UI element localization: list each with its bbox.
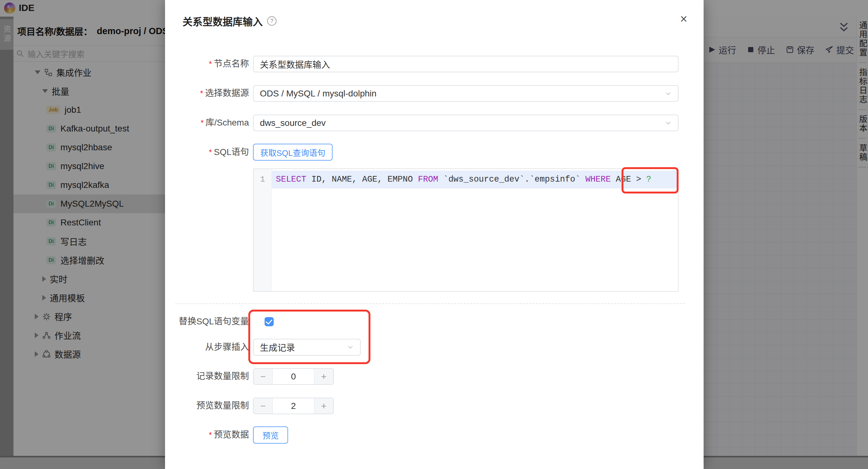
preview-button[interactable]: 预览 (253, 427, 288, 444)
chevron-down-icon (664, 90, 672, 98)
schema-label: 库/Schema (165, 117, 249, 129)
dialog-title: 关系型数据库输入 (183, 14, 263, 28)
help-icon[interactable]: ? (267, 16, 277, 26)
datasource-select[interactable]: ODS / MySQL / mysql-dolphin (253, 85, 679, 102)
sql-code-line[interactable]: SELECT ID, NAME, AGE, EMPNO FROM `dws_so… (272, 170, 677, 188)
app-root: IDE 资源 项目名称/数据层： demo-proj / ODS 输入关键字搜索 (0, 0, 868, 469)
preview-limit-label: 预览数量限制 (165, 400, 249, 412)
plus-button[interactable]: + (314, 369, 333, 384)
minus-button[interactable]: − (254, 369, 273, 384)
minus-button[interactable]: − (254, 398, 273, 414)
sql-label: SQL语句 (165, 146, 249, 158)
close-icon[interactable]: × (680, 12, 687, 25)
sql-token: ? (646, 175, 651, 184)
record-limit-value[interactable]: 0 (273, 369, 314, 384)
chevron-down-icon (664, 119, 672, 127)
node-name-input[interactable] (253, 56, 679, 72)
record-limit-label: 记录数量限制 (165, 370, 249, 383)
node-name-label: 节点名称 (165, 58, 249, 70)
datasource-label: 选择数据源 (165, 87, 249, 99)
schema-value: dws_source_dev (260, 118, 326, 128)
datasource-value: ODS / MySQL / mysql-dolphin (260, 89, 376, 99)
sql-token: `dws_source_dev`.`empsinfo` (438, 175, 586, 184)
schema-select[interactable]: dws_source_dev (253, 115, 679, 131)
sql-code-editor[interactable]: 1 SELECT ID, NAME, AGE, EMPNO FROM `dws_… (253, 168, 679, 292)
sql-token: AGE > (611, 175, 646, 184)
section-divider (175, 303, 685, 304)
sql-token: WHERE (585, 175, 611, 184)
line-number: 1 (254, 170, 272, 188)
sql-token: SELECT (276, 175, 306, 184)
insert-step-label: 从步骤插入 (165, 341, 249, 353)
sql-token: ID, NAME, AGE, EMPNO (306, 175, 418, 184)
plus-button[interactable]: + (314, 398, 333, 414)
insert-step-select[interactable]: 生成记录 (253, 339, 361, 356)
sql-token: FROM (418, 175, 438, 184)
preview-data-label: 预览数据 (165, 429, 249, 441)
record-limit-stepper: − 0 + (253, 368, 334, 385)
fetch-sql-button[interactable]: 获取SQL查询语句 (253, 144, 333, 161)
preview-limit-value[interactable]: 2 (273, 398, 314, 414)
insert-step-value: 生成记录 (260, 341, 295, 353)
rdb-input-dialog: 关系型数据库输入 ? × 节点名称 选择数据源 ODS / MySQL / my… (165, 0, 704, 469)
chevron-down-icon (346, 343, 354, 351)
replace-vars-label: 替换SQL语句变量 (165, 315, 249, 328)
preview-limit-stepper: − 2 + (253, 398, 334, 414)
replace-vars-checkbox[interactable] (265, 317, 274, 326)
